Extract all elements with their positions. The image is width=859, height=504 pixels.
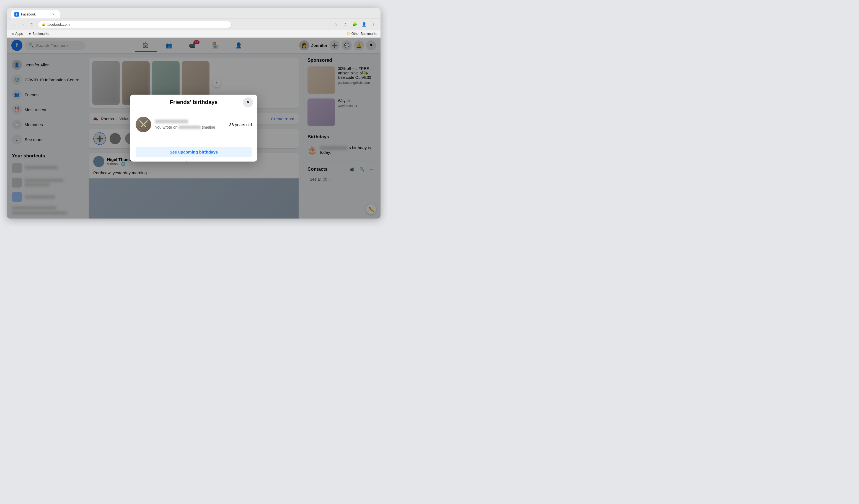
menu-button[interactable]: ⋮ xyxy=(370,20,377,28)
birthday-age: 38 years old xyxy=(229,122,252,127)
folder-icon: 📁 xyxy=(346,32,350,36)
new-tab-button[interactable]: + xyxy=(61,11,69,18)
birthday-wrote-on: You wrote on timeline xyxy=(155,125,225,129)
tab-bar: f Facebook ✕ + xyxy=(7,8,380,19)
bookmark-star-button[interactable]: ☆ xyxy=(332,20,340,28)
refresh-button[interactable]: ↺ xyxy=(341,20,349,28)
forward-button[interactable]: › xyxy=(19,20,27,28)
browser-window: f Facebook ✕ + ‹ › ↻ 🔒 facebook.com ☆ ↺ … xyxy=(7,8,380,218)
url-display: facebook.com xyxy=(47,22,228,27)
modal-body: ⚔️ You wrote on timeline 38 years old xyxy=(130,110,257,139)
bookmarks-bar: ⊞ Apps ★ Bookmarks 📁 Other Bookmarks xyxy=(7,30,380,37)
modal-title: Friends' birthdays xyxy=(170,99,218,105)
tab-title: Facebook xyxy=(21,13,49,16)
extensions-button[interactable]: 🧩 xyxy=(351,20,358,28)
address-bar[interactable]: 🔒 facebook.com xyxy=(38,21,232,28)
profile-button[interactable]: 👤 xyxy=(360,20,368,28)
star-icon: ★ xyxy=(28,32,31,36)
birthday-person-info: You wrote on timeline xyxy=(155,120,225,129)
see-upcoming-button[interactable]: See upcoming birthdays xyxy=(136,147,252,157)
tab-close-button[interactable]: ✕ xyxy=(51,12,56,17)
reload-button[interactable]: ↻ xyxy=(28,20,36,28)
timeline-text: timeline xyxy=(202,125,215,129)
apps-bookmark[interactable]: ⊞ Apps xyxy=(10,31,24,36)
facebook-page: f 🔍 Search Facebook 🏠 👥 📹 9+ 🏪 👤 👩 Jenni… xyxy=(7,37,380,218)
nav-buttons: ‹ › ↻ xyxy=(10,20,36,28)
apps-grid-icon: ⊞ xyxy=(11,32,14,36)
active-tab[interactable]: f Facebook ✕ xyxy=(10,10,60,18)
modal-header: Friends' birthdays ✕ xyxy=(130,95,257,110)
tab-favicon: f xyxy=(14,12,19,17)
birthday-modal: Friends' birthdays ✕ ⚔️ You wrote on tim… xyxy=(130,95,257,162)
back-button[interactable]: ‹ xyxy=(10,20,18,28)
lock-icon: 🔒 xyxy=(42,22,46,26)
birthday-person-name xyxy=(155,120,188,123)
wrote-on-text: You wrote on xyxy=(155,125,177,129)
other-bookmarks[interactable]: 📁 Other Bookmarks xyxy=(346,32,377,36)
modal-overlay[interactable]: Friends' birthdays ✕ ⚔️ You wrote on tim… xyxy=(7,37,380,218)
modal-close-button[interactable]: ✕ xyxy=(243,97,253,107)
bookmarks-folder[interactable]: ★ Bookmarks xyxy=(27,31,50,36)
modal-footer: See upcoming birthdays xyxy=(130,143,257,162)
birthday-entry: ⚔️ You wrote on timeline 38 years old xyxy=(136,114,252,135)
browser-actions: ☆ ↺ 🧩 👤 ⋮ xyxy=(332,20,377,28)
birthday-person-avatar[interactable]: ⚔️ xyxy=(136,117,151,132)
modal-divider xyxy=(130,141,257,141)
person-name-blurred-2 xyxy=(179,126,201,129)
